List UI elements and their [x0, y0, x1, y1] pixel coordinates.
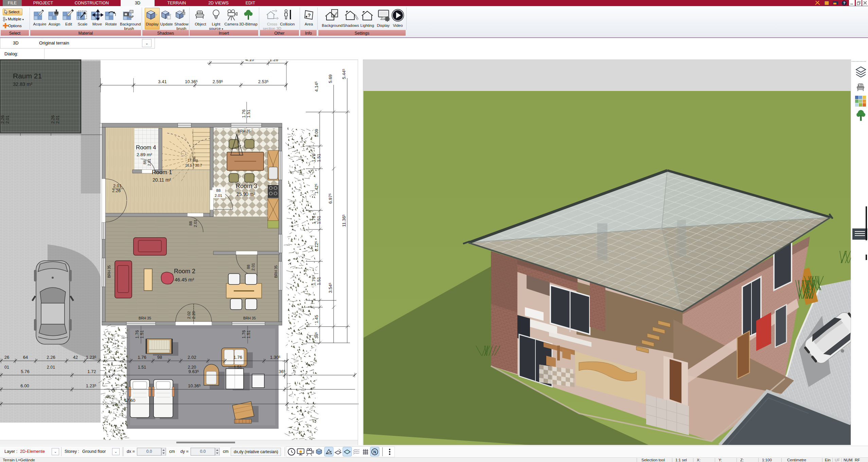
- svg-text:2.26: 2.26: [0, 115, 5, 124]
- svg-text:2.26: 2.26: [51, 115, 55, 124]
- svg-text:2.02: 2.02: [188, 355, 196, 360]
- svg-text:2.01: 2.01: [193, 220, 197, 227]
- svg-text:10.365: 10.365: [188, 383, 201, 388]
- svg-text:1.51: 1.51: [246, 110, 251, 118]
- svg-text:2.01: 2.01: [47, 365, 55, 370]
- svg-text:5.69: 5.69: [328, 74, 333, 83]
- svg-text:Room 2: Room 2: [174, 268, 195, 275]
- svg-text:2.01: 2.01: [5, 115, 10, 124]
- svg-text:1.45: 1.45: [314, 315, 319, 323]
- svg-text:2.01: 2.01: [147, 159, 151, 166]
- svg-text:6.00: 6.00: [20, 383, 29, 388]
- svg-text:88: 88: [143, 160, 147, 164]
- svg-text:88: 88: [189, 221, 193, 226]
- svg-text:N: N: [373, 450, 376, 455]
- svg-text:42: 42: [73, 355, 78, 360]
- svg-text:BRH 35: BRH 35: [238, 129, 250, 133]
- svg-text:1.51: 1.51: [317, 216, 321, 224]
- svg-text:1.76: 1.76: [242, 330, 246, 338]
- svg-text:2.01: 2.01: [55, 115, 60, 124]
- svg-text:2.01: 2.01: [113, 183, 122, 188]
- svg-text:25.90 m²: 25.90 m²: [236, 191, 255, 197]
- svg-text:1.51: 1.51: [317, 277, 321, 285]
- svg-text:10.365: 10.365: [185, 79, 198, 84]
- svg-text:2.01: 2.01: [251, 263, 255, 271]
- svg-text:46.45 m²: 46.45 m²: [175, 277, 194, 282]
- svg-text:Raum 21: Raum 21: [13, 72, 42, 80]
- svg-text:1.09: 1.09: [314, 129, 319, 137]
- svg-text:1.76: 1.76: [242, 110, 246, 118]
- svg-text:4.10: 4.10: [245, 59, 254, 62]
- svg-text:1.51: 1.51: [234, 365, 242, 370]
- svg-text:20.11 m²: 20.11 m²: [153, 177, 171, 183]
- svg-text:32.83 m²: 32.83 m²: [13, 81, 32, 87]
- svg-text:1.76: 1.76: [312, 216, 316, 224]
- svg-text:Room 1: Room 1: [152, 169, 172, 175]
- svg-text:1.51: 1.51: [317, 154, 321, 162]
- svg-text:Room 3: Room 3: [236, 183, 257, 189]
- svg-text:BRH 35: BRH 35: [243, 316, 256, 320]
- svg-text:BRH 35: BRH 35: [274, 265, 278, 278]
- svg-text:11.365: 11.365: [341, 215, 347, 227]
- svg-text:64: 64: [23, 355, 28, 360]
- svg-text:1.72: 1.72: [87, 369, 96, 374]
- svg-text:?: ?: [843, 1, 846, 5]
- svg-text:3.41: 3.41: [158, 79, 166, 84]
- svg-text:88: 88: [246, 265, 250, 269]
- svg-text:BRH 35: BRH 35: [107, 265, 111, 278]
- svg-text:2.02: 2.02: [187, 311, 191, 319]
- svg-text:17.60: 17.60: [124, 398, 136, 403]
- svg-text:1.51: 1.51: [138, 365, 146, 370]
- svg-text:2.01: 2.01: [215, 193, 222, 198]
- svg-text:2.89 m²: 2.89 m²: [137, 152, 152, 157]
- svg-text:1.51: 1.51: [140, 330, 144, 338]
- svg-text:2.26: 2.26: [47, 355, 55, 360]
- svg-text:01: 01: [4, 365, 9, 370]
- svg-text:26: 26: [4, 355, 9, 360]
- svg-text:98: 98: [157, 355, 162, 360]
- svg-text:1.51: 1.51: [246, 330, 251, 338]
- svg-text:1.76: 1.76: [135, 330, 140, 338]
- svg-text:1.26: 1.26: [269, 59, 278, 62]
- svg-text:1.76: 1.76: [233, 355, 242, 360]
- svg-text:Room 4: Room 4: [136, 144, 156, 151]
- svg-text:1.76: 1.76: [312, 154, 316, 162]
- svg-text:5.76: 5.76: [21, 369, 29, 374]
- svg-text:88: 88: [216, 188, 221, 192]
- svg-text:BRH 35: BRH 35: [139, 316, 151, 320]
- svg-text:1.76: 1.76: [312, 277, 316, 285]
- svg-text:1.76: 1.76: [138, 355, 146, 360]
